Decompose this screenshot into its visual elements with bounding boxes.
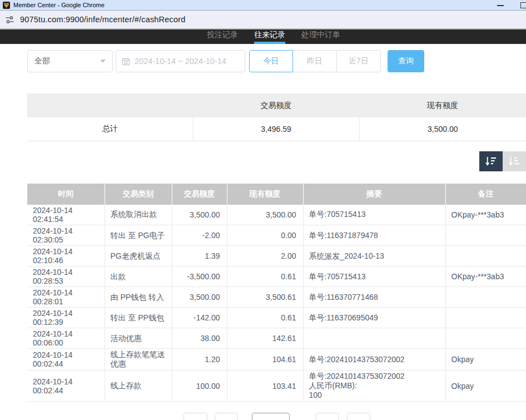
cell-remark: Okpay <box>445 370 526 402</box>
cell-amount: -142.00 <box>172 308 227 328</box>
cell-amount: -2.00 <box>172 225 227 246</box>
table-row: 2024-10-14 00:28:53 出款 -3,500.00 0.61 单号… <box>27 266 526 287</box>
pagination-button[interactable] <box>316 413 339 420</box>
summary-header-row: 交易额度 现有额度 <box>27 93 526 117</box>
cell-remark: OKpay-***3ab3 <box>445 205 526 225</box>
cell-time: 2024-10-14 00:02:44 <box>27 370 105 402</box>
transaction-type-value: 全部 <box>34 56 50 66</box>
cell-remark: Okpay <box>445 349 526 370</box>
today-button[interactable]: 今日 <box>249 50 293 72</box>
cell-amount: 100.00 <box>172 370 227 402</box>
cell-amount: 38.00 <box>172 328 227 349</box>
cell-summary: 单号:705715413 <box>303 205 445 225</box>
url-text[interactable]: 9075tu.com:9900/infe/mcenter/#/cashRecor… <box>20 15 186 24</box>
cell-time: 2024-10-14 02:30:05 <box>27 225 105 246</box>
table-row: 2024-10-14 00:28:01 由 PP钱包 转入 3,500.00 3… <box>27 287 526 308</box>
summary-header-transaction: 交易额度 <box>193 93 359 117</box>
cell-balance: 2.00 <box>227 246 303 266</box>
tab-underline <box>207 42 238 44</box>
pagination-button[interactable] <box>183 413 207 420</box>
summary-transaction-total: 3,496.59 <box>193 117 359 141</box>
cell-time: 2024-10-14 00:12:39 <box>27 308 105 328</box>
sort-descending-button[interactable] <box>479 151 503 171</box>
col-time: 时间 <box>27 184 105 205</box>
cell-time: 2024-10-14 00:02:44 <box>27 349 105 370</box>
cell-amount: 1.20 <box>172 349 227 370</box>
chevron-down-icon <box>100 60 106 63</box>
cell-summary: 单号:202410143753072002 人民币(RMB): 100 <box>303 370 445 402</box>
yesterday-button[interactable]: 昨日 <box>293 50 337 72</box>
cell-balance: 0.61 <box>227 266 303 287</box>
tab-transaction-records[interactable]: 往来记录 <box>254 29 285 44</box>
browser-address-bar[interactable]: 9075tu.com:9900/infe/mcenter/#/cashRecor… <box>0 11 526 29</box>
cell-type: 线上存款 <box>105 370 172 402</box>
pagination-page-select[interactable] <box>252 413 290 420</box>
brand-tiger-icon <box>3 2 10 9</box>
tab-underline <box>301 42 340 44</box>
table-row: 2024-10-14 00:12:39 转出 至 PP钱包 -142.00 0.… <box>27 308 526 328</box>
cell-summary: 单号:116370771468 <box>303 287 445 308</box>
table-row: 2024-10-14 02:30:05 转出 至 PG电子 -2.00 0.00… <box>27 225 526 246</box>
calendar-icon <box>122 57 130 66</box>
cell-time: 2024-10-14 00:06:00 <box>27 328 105 349</box>
sort-descending-icon <box>485 155 497 167</box>
cell-type: 系统取消出款 <box>105 205 172 225</box>
minimize-button[interactable] <box>497 5 504 6</box>
table-row: 2024-10-14 00:02:44 线上存款笔笔送优惠 1.20 104.6… <box>27 349 526 370</box>
maximize-button[interactable] <box>520 2 526 8</box>
pagination-button[interactable] <box>215 413 238 420</box>
summary-header-balance: 现有额度 <box>359 93 526 117</box>
cell-summary <box>303 328 445 349</box>
cell-time: 2024-10-14 00:28:53 <box>27 266 105 287</box>
col-balance: 现有额度 <box>227 184 303 205</box>
transactions-header-row: 时间 交易类别 交易额度 现有额度 摘要 备注 <box>27 184 526 205</box>
summary-header-empty <box>27 93 193 117</box>
tab-processing-orders[interactable]: 处理中订单 <box>301 29 340 44</box>
cell-type: PG老虎机返点 <box>105 246 172 266</box>
transaction-type-select[interactable]: 全部 <box>27 50 113 72</box>
cell-summary: 单号:116370695049 <box>303 308 445 328</box>
cell-type: 转出 至 PP钱包 <box>105 308 172 328</box>
cell-time: 2024-10-14 02:10:46 <box>27 246 105 266</box>
transactions-table: 时间 交易类别 交易额度 现有额度 摘要 备注 2024-10-14 02:41… <box>27 184 526 402</box>
cell-type: 线上存款笔笔送优惠 <box>105 349 172 370</box>
cell-summary: 系统派发_2024-10-13 <box>303 246 445 266</box>
window-title: Member Center - Google Chrome <box>13 2 105 8</box>
col-remark: 备注 <box>445 184 526 205</box>
pagination-button[interactable] <box>347 413 370 420</box>
cell-balance: 104.61 <box>227 349 303 370</box>
col-type: 交易类别 <box>105 184 172 205</box>
site-settings-icon[interactable] <box>5 15 14 24</box>
quick-range-group: 今日 昨日 近7日 <box>249 50 381 72</box>
tab-active-underline <box>254 42 285 44</box>
filter-toolbar: 全部 2024-10-14 ~ 2024-10-14 今日 昨日 近7日 查询 <box>27 50 526 72</box>
cell-amount: -3,500.00 <box>172 266 227 287</box>
cell-time: 2024-10-14 02:41:54 <box>27 205 105 225</box>
cell-balance: 3,500.00 <box>227 205 303 225</box>
sort-ascending-button[interactable] <box>503 151 526 171</box>
cell-type: 活动优惠 <box>105 328 172 349</box>
query-button[interactable]: 查询 <box>388 50 424 72</box>
table-row: 2024-10-14 02:10:46 PG老虎机返点 1.39 2.00 系统… <box>27 246 526 266</box>
cell-amount: 3,500.00 <box>172 205 227 225</box>
cell-time: 2024-10-14 00:28:01 <box>27 287 105 308</box>
cell-summary: 单号:705715413 <box>303 266 445 287</box>
table-row: 2024-10-14 00:02:44 线上存款 100.00 103.41 单… <box>27 370 526 402</box>
summary-total-row: 总计 3,496.59 3,500.00 <box>27 117 526 141</box>
cell-type: 由 PP钱包 转入 <box>105 287 172 308</box>
cell-remark: OKpay-***3ab3 <box>445 266 526 287</box>
date-range-value: 2024-10-14 ~ 2024-10-14 <box>135 57 226 66</box>
date-range-picker[interactable]: 2024-10-14 ~ 2024-10-14 <box>116 50 245 72</box>
cell-balance: 3,500.61 <box>227 287 303 308</box>
cell-remark <box>445 246 526 266</box>
cell-balance: 142.61 <box>227 328 303 349</box>
cash-record-page: 全部 2024-10-14 ~ 2024-10-14 今日 昨日 近7日 查询 … <box>0 50 526 420</box>
transactions-body: 2024-10-14 02:41:54 系统取消出款 3,500.00 3,50… <box>27 205 526 402</box>
last7days-button[interactable]: 近7日 <box>337 50 381 72</box>
cell-type: 转出 至 PG电子 <box>105 225 172 246</box>
cell-balance: 0.00 <box>227 225 303 246</box>
cell-amount: 1.39 <box>172 246 227 266</box>
table-row: 2024-10-14 02:41:54 系统取消出款 3,500.00 3,50… <box>27 205 526 225</box>
cell-remark <box>445 225 526 246</box>
tab-betting-records[interactable]: 投注记录 <box>207 29 238 44</box>
